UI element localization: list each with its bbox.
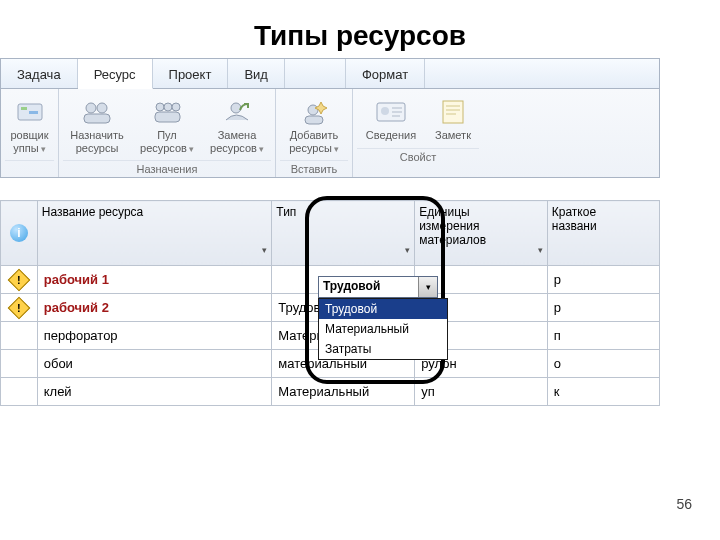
overallocation-icon: ! [8,268,31,291]
dropdown-option[interactable]: Трудовой [319,299,447,319]
indicator-cell [1,378,38,406]
name-cell[interactable]: перфоратор [37,322,272,350]
type-dropdown-list: ТрудовойМатериальныйЗатраты [318,298,448,360]
person-swap-icon [220,97,254,127]
chevron-down-icon[interactable]: ▾ [405,245,410,255]
chevron-down-icon[interactable]: ▾ [538,245,543,255]
svg-rect-5 [84,114,110,123]
tab-project[interactable]: Проект [153,59,229,88]
type-cell[interactable]: Материальный [272,378,415,406]
svg-point-10 [231,103,241,113]
chevron-down-icon[interactable]: ▾ [262,245,267,255]
svg-rect-12 [305,116,323,124]
indicator-cell [1,322,38,350]
ribbon: Задача Ресурс Проект Вид Формат ровщик у… [0,58,660,178]
resource-pool-button[interactable]: Пул ресурсов▾ [133,95,201,156]
information-button[interactable]: Сведения [357,95,425,144]
units-cell[interactable]: уп [415,378,548,406]
svg-point-3 [86,103,96,113]
assign-resources-button[interactable]: Назначить ресурсы [63,95,131,156]
svg-point-11 [308,105,318,115]
info-icon: i [10,224,28,242]
id-card-icon [374,97,408,127]
short-name-cell[interactable]: к [547,378,659,406]
add-resources-button[interactable]: Добавить ресурсы▾ [280,95,348,156]
dropdown-option[interactable]: Затраты [319,339,447,359]
svg-point-7 [164,103,172,111]
short-name-cell[interactable]: п [547,322,659,350]
tab-format[interactable]: Формат [345,59,425,88]
people-stack-icon [150,97,184,127]
dropdown-option[interactable]: Материальный [319,319,447,339]
header-indicators[interactable]: i [1,201,38,266]
svg-rect-18 [443,101,463,123]
tab-view[interactable]: Вид [228,59,285,88]
ribbon-tab-strip: Задача Ресурс Проект Вид Формат [1,59,659,89]
svg-rect-2 [29,111,38,114]
header-resource-name[interactable]: Название ресурса▾ [37,201,272,266]
add-resources-label: Добавить ресурсы▾ [289,129,339,154]
svg-point-6 [156,103,164,111]
short-name-cell[interactable]: р [547,294,659,322]
group-properties-label: Свойст [357,148,479,163]
indicator-cell: ! [1,266,38,294]
svg-point-4 [97,103,107,113]
table-row[interactable]: клейМатериальныйупк [1,378,660,406]
chevron-down-icon: ▾ [426,282,431,292]
type-combo-value: Трудовой [319,277,419,297]
page-number: 56 [676,496,692,512]
short-name-cell[interactable]: р [547,266,659,294]
header-row: i Название ресурса▾ Тип▾ Единицы измерен… [1,201,660,266]
short-name-cell[interactable]: о [547,350,659,378]
tab-resource[interactable]: Ресурс [78,59,153,89]
overallocation-icon: ! [8,296,31,319]
people-icon [80,97,114,127]
team-planner-label: ровщик уппы▾ [10,129,48,154]
page-title: Типы ресурсов [0,0,720,60]
name-cell[interactable]: обои [37,350,272,378]
svg-rect-9 [155,112,180,122]
replace-resources-label: Замена ресурсов▾ [210,129,264,154]
resource-pool-label: Пул ресурсов▾ [140,129,194,154]
name-cell[interactable]: рабочий 2 [37,294,272,322]
notes-label: Заметк [435,129,471,142]
person-sparkle-icon [297,97,331,127]
team-planner-button[interactable]: ровщик уппы▾ [4,95,56,156]
svg-point-8 [172,103,180,111]
type-combo[interactable]: Трудовой ▾ [318,276,438,298]
combo-dropdown-button[interactable]: ▾ [419,277,437,297]
group-assignments-label: Назначения [63,160,271,175]
team-planner-icon [13,97,47,127]
group-insert-label: Вставить [280,160,348,175]
name-cell[interactable]: рабочий 1 [37,266,272,294]
header-units[interactable]: Единицы измерения материалов▾ [415,201,548,266]
name-cell[interactable]: клей [37,378,272,406]
indicator-cell [1,350,38,378]
assign-resources-label: Назначить ресурсы [70,129,124,154]
header-short-name[interactable]: Краткое названи [547,201,659,266]
svg-rect-1 [21,107,27,110]
tab-task[interactable]: Задача [1,59,78,88]
svg-point-14 [381,107,389,115]
information-label: Сведения [366,129,416,142]
notes-button[interactable]: Заметк [427,95,479,144]
replace-resources-button[interactable]: Замена ресурсов▾ [203,95,271,156]
note-page-icon [436,97,470,127]
header-type[interactable]: Тип▾ [272,201,415,266]
type-cell-editor: Трудовой ▾ ТрудовойМатериальныйЗатраты [318,276,438,360]
indicator-cell: ! [1,294,38,322]
